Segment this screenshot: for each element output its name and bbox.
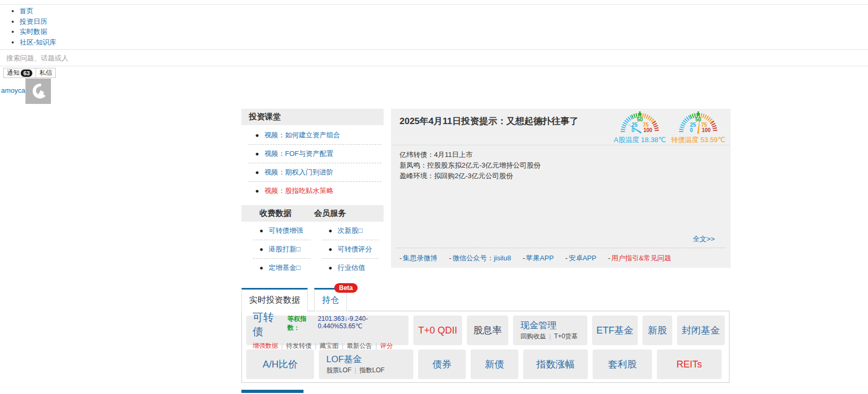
- bullet-icon: ●: [328, 227, 332, 234]
- course-section-title: 投资课堂: [241, 109, 384, 125]
- pipe: |: [342, 342, 343, 349]
- svg-text:100: 100: [702, 127, 711, 133]
- new-bond-button[interactable]: 新债: [471, 349, 518, 379]
- lof-fund-button[interactable]: LOF基金 股票LOF|指数LOF: [319, 349, 413, 379]
- paid-link-private-placement[interactable]: 定增基金□: [268, 263, 300, 273]
- member-link-new-stocks[interactable]: 次新股□: [337, 226, 362, 235]
- avatar[interactable]: [25, 78, 51, 104]
- nav-link-calendar[interactable]: 投资日历: [20, 17, 47, 25]
- android-app-link[interactable]: 安卓APP: [569, 254, 596, 262]
- cash-management-sublinks: 回购收益|T+0货基: [520, 332, 578, 341]
- main-nav: 首页 投资日历 实时数据 社区-知识库: [20, 6, 56, 47]
- notifications-button[interactable]: 通知 63: [3, 68, 36, 78]
- grid-row-1: 可转债 等权指数： 2101.363↓-9.240-0.440%53.65℃ 增…: [246, 316, 725, 345]
- bullet-icon: ●: [255, 187, 259, 195]
- repo-yield-link[interactable]: 回购收益: [520, 332, 546, 340]
- cb-link-announcements[interactable]: 最新公告: [346, 342, 372, 349]
- cb-link-pending[interactable]: 待发转债: [286, 342, 311, 349]
- notification-count-badge: 63: [21, 69, 32, 77]
- list-item: ●次新股□: [322, 222, 378, 240]
- list-item: ●定增基金□: [253, 259, 310, 277]
- paid-services-header: 收费数据 会员服务: [241, 205, 384, 222]
- bullet-icon: ●: [255, 132, 259, 139]
- pipe: |: [354, 366, 356, 374]
- lof-fund-title: LOF基金: [326, 354, 362, 365]
- jisilu-homepage: 首页 投资日历 实时数据 社区-知识库 通知 63 私信 amoyca 投资课堂…: [0, 0, 868, 394]
- cb-link-treasure-map[interactable]: 藏宝图: [319, 342, 338, 349]
- pipe: |: [549, 332, 551, 340]
- paid-link-hk-ipo[interactable]: 港股打新□: [268, 244, 300, 254]
- bullet-icon: ●: [255, 169, 259, 176]
- course-link-options[interactable]: 视频：期权入门到进阶: [264, 168, 333, 177]
- search-input[interactable]: [0, 50, 868, 66]
- course-item: ●视频：期权入门到进阶: [249, 163, 381, 182]
- weibo-link[interactable]: 集思录微博: [403, 254, 437, 262]
- pipe: |: [375, 342, 377, 349]
- content-area: 投资课堂 ●视频：如何建立资产组合 ●视频：FOF与资产配置 ●视频：期权入门到…: [241, 109, 731, 394]
- course-link-futures[interactable]: 视频：股指吃贴水策略: [264, 186, 333, 196]
- list-item: ●可转债增强: [253, 222, 310, 240]
- cb-index-value: 2101.363↓-9.240-0.440%53.65℃: [318, 315, 409, 330]
- realtime-data-grid: 可转债 等权指数： 2101.363↓-9.240-0.440%53.65℃ 增…: [241, 311, 730, 383]
- list-item: ●可转债评分: [322, 240, 378, 259]
- paid-data-column: ●可转债增强 ●港股打新□ ●定增基金□: [241, 222, 313, 277]
- bullet-icon: ●: [259, 246, 263, 253]
- cb-link-rating[interactable]: 评分: [380, 342, 393, 349]
- t0-qdii-button[interactable]: T+0 QDII: [413, 316, 462, 345]
- bullet-icon: ●: [259, 227, 263, 234]
- cash-management-title: 现金管理: [520, 320, 557, 331]
- arbitrage-stock-button[interactable]: 套利股: [593, 349, 652, 379]
- username-link[interactable]: amoyca: [1, 86, 25, 94]
- ios-app-link[interactable]: 苹果APP: [526, 254, 554, 262]
- course-link-portfolio[interactable]: 视频：如何建立资产组合: [264, 130, 340, 140]
- nav-link-community[interactable]: 社区-知识库: [20, 38, 56, 46]
- index-lof-link[interactable]: 指数LOF: [359, 366, 384, 374]
- etf-fund-button[interactable]: ETF基金: [592, 316, 638, 345]
- list-item: ●港股打新□: [253, 240, 310, 259]
- list-item: ●行业估值: [322, 259, 378, 277]
- wechat-link[interactable]: 微信公众号：jisilu8: [453, 254, 511, 262]
- member-link-industry-valuation[interactable]: 行业估值: [337, 263, 365, 273]
- dividend-yield-button[interactable]: 股息率: [467, 316, 508, 345]
- temperature-gauges: 50 25 75 0 100 A股温度 18.38℃: [611, 110, 727, 145]
- member-services-column: ●次新股□ ●可转债评分 ●行业估值: [313, 222, 384, 277]
- footer-link-item: -苹果APP: [523, 253, 553, 263]
- t0-money-fund-link[interactable]: T+0货基: [554, 332, 578, 340]
- paid-link-cb-enhanced[interactable]: 可转债增强: [268, 226, 303, 235]
- private-message-button[interactable]: 私信: [36, 68, 56, 78]
- svg-text:0: 0: [690, 127, 693, 133]
- sidebar: 投资课堂 ●视频：如何建立资产组合 ●视频：FOF与资产配置 ●视频：期权入门到…: [241, 109, 384, 277]
- nav-link-realtime-data[interactable]: 实时数据: [20, 28, 47, 36]
- reits-button[interactable]: REITs: [657, 349, 722, 379]
- closed-fund-button[interactable]: 封闭基金: [677, 316, 725, 345]
- member-link-cb-rating[interactable]: 可转债评分: [337, 244, 372, 254]
- footer-link-item: -用户指引&常见问题: [608, 253, 671, 263]
- convertible-bond-button[interactable]: 可转债 等权指数： 2101.363↓-9.240-0.440%53.65℃ 增…: [246, 316, 409, 345]
- user-guide-link[interactable]: 用户指引&常见问题: [611, 254, 671, 262]
- news-item: 亿纬转债：4月11日上市: [400, 150, 541, 160]
- new-stock-button[interactable]: 新股: [643, 316, 672, 345]
- top-divider: [0, 4, 868, 5]
- cb-index-label: 等权指数：: [288, 314, 318, 332]
- index-change-button[interactable]: 指数涨幅: [523, 349, 588, 379]
- cb-index-line: 可转债 等权指数： 2101.363↓-9.240-0.440%53.65℃: [253, 310, 409, 339]
- tab-realtime-data[interactable]: 实时投资数据: [241, 288, 308, 311]
- full-text-link[interactable]: 全文>>: [693, 234, 715, 244]
- stock-lof-link[interactable]: 股票LOF: [326, 366, 351, 374]
- nav-link-home[interactable]: 首页: [20, 7, 33, 15]
- course-link-fof[interactable]: 视频：FOF与资产配置: [264, 149, 333, 159]
- a-share-temperature-gauge[interactable]: 50 25 75 0 100 A股温度 18.38℃: [611, 110, 669, 145]
- ah-ratio-button[interactable]: A/H比价: [246, 349, 314, 379]
- user-buttons: 通知 63 私信: [3, 68, 56, 78]
- panel-footer-links: -集思录微博 -微信公众号：jisilu8 -苹果APP -安卓APP -用户指…: [400, 253, 671, 263]
- nav-item-calendar: 投资日历: [20, 16, 56, 27]
- cb-link-enhanced[interactable]: 增强数据: [253, 342, 278, 349]
- jisilu-logo-icon: [25, 78, 51, 104]
- dash: -: [449, 254, 451, 262]
- paid-services-columns: ●可转债增强 ●港股打新□ ●定增基金□ ●次新股□ ●可转债评分 ●行业估值: [241, 222, 384, 277]
- cash-management-button[interactable]: 现金管理 回购收益|T+0货基: [513, 316, 587, 345]
- nav-item-realtime-data: 实时数据: [20, 27, 56, 37]
- cb-temperature-gauge[interactable]: 50 25 75 0 100 转债温度 53.59℃: [669, 110, 727, 145]
- bond-button[interactable]: 债券: [418, 349, 466, 379]
- pipe: |: [281, 342, 283, 349]
